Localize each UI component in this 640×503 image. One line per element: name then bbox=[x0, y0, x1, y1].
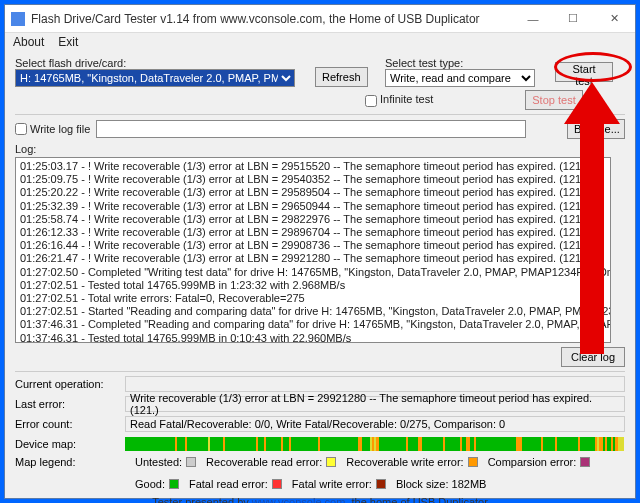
legend-rec-write: Recoverable write error: bbox=[346, 456, 477, 468]
clear-log-button[interactable]: Clear log bbox=[561, 347, 625, 367]
infinite-test-label: Infinite test bbox=[380, 93, 433, 105]
legend-comparison: Comparsion error: bbox=[488, 456, 591, 468]
infinite-test-checkbox[interactable] bbox=[365, 95, 377, 107]
legend-rec-write-color bbox=[468, 457, 478, 467]
legend-fatal-read: Fatal read error: bbox=[189, 478, 282, 490]
browse-button[interactable]: Browse... bbox=[567, 119, 625, 139]
legend-untested: Untested: bbox=[135, 456, 196, 468]
close-button[interactable]: ✕ bbox=[593, 5, 635, 33]
write-log-file-label: Write log file bbox=[30, 123, 90, 135]
current-operation-value bbox=[125, 376, 625, 392]
device-map-label: Device map: bbox=[15, 438, 125, 450]
legend-rec-read-color bbox=[326, 457, 336, 467]
write-log-file-checkbox[interactable] bbox=[15, 123, 27, 135]
refresh-button[interactable]: Refresh bbox=[315, 67, 368, 87]
error-count-label: Error count: bbox=[15, 418, 125, 430]
legend-good: Good: bbox=[135, 478, 179, 490]
select-test-type-label: Select test type: bbox=[385, 57, 545, 69]
titlebar: Flash Drive/Card Tester v1.14 from www.v… bbox=[5, 5, 635, 33]
app-icon bbox=[11, 12, 25, 26]
footer-text: Tester presented by www.vconsole.com, th… bbox=[15, 496, 625, 503]
legend-comparison-color bbox=[580, 457, 590, 467]
log-file-path-input[interactable] bbox=[96, 120, 526, 138]
log-textarea[interactable]: 01:25:03.17 - ! Write recoverable (1/3) … bbox=[15, 157, 611, 343]
legend-fatal-write-color bbox=[376, 479, 386, 489]
map-legend-label: Map legend: bbox=[15, 456, 125, 468]
drive-select[interactable]: H: 14765MB, "Kingston, DataTraveler 2.0,… bbox=[15, 69, 295, 87]
menubar: About Exit bbox=[5, 33, 635, 53]
legend-good-color bbox=[169, 479, 179, 489]
log-label: Log: bbox=[15, 143, 625, 155]
legend-block-size: Block size: 182MB bbox=[396, 478, 486, 490]
menu-about[interactable]: About bbox=[13, 35, 44, 51]
legend-fatal-write: Fatal write error: bbox=[292, 478, 386, 490]
menu-exit[interactable]: Exit bbox=[58, 35, 78, 51]
current-operation-label: Current operation: bbox=[15, 378, 125, 390]
start-test-button[interactable]: Start test bbox=[555, 62, 613, 82]
last-error-value: Write recoverable (1/3) error at LBN = 2… bbox=[125, 396, 625, 412]
window-title: Flash Drive/Card Tester v1.14 from www.v… bbox=[31, 12, 513, 26]
stop-test-button[interactable]: Stop test bbox=[525, 90, 583, 110]
legend-fatal-read-color bbox=[272, 479, 282, 489]
legend-untested-color bbox=[186, 457, 196, 467]
device-map bbox=[125, 436, 625, 452]
minimize-button[interactable]: — bbox=[513, 5, 553, 33]
maximize-button[interactable]: ☐ bbox=[553, 5, 593, 33]
error-count-value: Read Fatal/Recoverable: 0/0, Write Fatal… bbox=[125, 416, 625, 432]
test-type-select[interactable]: Write, read and compare bbox=[385, 69, 535, 87]
app-window: Flash Drive/Card Tester v1.14 from www.v… bbox=[4, 4, 636, 499]
legend-rec-read: Recoverable read error: bbox=[206, 456, 336, 468]
last-error-label: Last error: bbox=[15, 398, 125, 410]
select-drive-label: Select flash drive/card: bbox=[15, 57, 305, 69]
footer-link[interactable]: www.vconsole.com bbox=[252, 496, 346, 503]
